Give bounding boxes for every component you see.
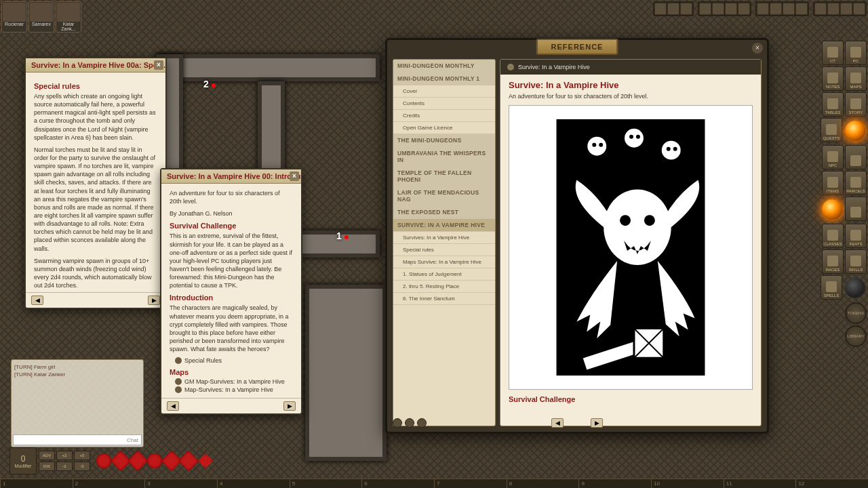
- toc-item[interactable]: Umbravania The Whispers In: [393, 147, 495, 167]
- toc-item[interactable]: Lair of the Mendacious Nag: [393, 186, 495, 206]
- toc-item[interactable]: Temple of the Fallen Phoeni: [393, 167, 495, 186]
- d10-icon[interactable]: [147, 453, 162, 468]
- toc-item[interactable]: The Mini-Dungeons: [393, 134, 495, 147]
- sidebar-btn[interactable]: [845, 145, 867, 169]
- sidebar-npc[interactable]: NPC: [822, 145, 844, 169]
- toc-item[interactable]: Open Game Licence: [393, 122, 495, 134]
- toc-item[interactable]: Survive: In a Vampire Hive: [393, 219, 495, 232]
- prev-button[interactable]: ◀: [551, 418, 564, 428]
- modifier--5[interactable]: -5: [74, 462, 90, 471]
- chat-input[interactable]: Chat: [13, 434, 142, 445]
- toc-item[interactable]: Survives: In a Vampire Hive: [393, 232, 495, 244]
- d100-icon[interactable]: [198, 453, 213, 468]
- hotkey-slot[interactable]: 4: [217, 479, 290, 488]
- hotkey-ruler[interactable]: 123456789101112: [0, 479, 868, 488]
- hotkey-slot[interactable]: 10: [651, 479, 724, 488]
- close-icon[interactable]: ×: [752, 43, 763, 54]
- hotkey-slot[interactable]: 12: [795, 479, 868, 488]
- sidebar-parcels[interactable]: PARCELS: [845, 171, 867, 195]
- d4-icon[interactable]: [96, 453, 111, 468]
- tool-e-icon[interactable]: [814, 3, 827, 15]
- sidebar-classes[interactable]: CLASSES: [822, 224, 844, 248]
- d8-icon[interactable]: [127, 450, 148, 471]
- sidebar-library[interactable]: LIBRARY: [845, 325, 867, 347]
- modifier-adv[interactable]: ADV: [39, 451, 55, 460]
- next-button[interactable]: ▶: [148, 296, 160, 305]
- map-pin-1[interactable]: 1: [336, 230, 349, 241]
- hotkey-slot[interactable]: 11: [724, 479, 796, 488]
- toc-item[interactable]: The Exposed Nest: [393, 206, 495, 219]
- link-map[interactable]: Map-Survives: In a Vampire Hive: [175, 386, 293, 393]
- dark-orb-icon[interactable]: [845, 278, 865, 298]
- token-katar[interactable]: Katar Zank...: [56, 1, 81, 33]
- hotkey-slot[interactable]: 3: [144, 479, 217, 488]
- toc-item[interactable]: 2. thru 5. Resting Place: [393, 281, 495, 293]
- sidebar-tables[interactable]: TABLES: [822, 92, 844, 117]
- toc-item[interactable]: 6. The Inner Sanctum: [393, 293, 495, 305]
- light-orb-icon[interactable]: [845, 121, 865, 141]
- sidebar-skills[interactable]: SKILLS: [845, 249, 867, 274]
- sidebar-races[interactable]: RACES: [822, 249, 844, 274]
- sidebar-spells[interactable]: SPELLS: [821, 275, 842, 300]
- story-panel-introduction[interactable]: Survive: In a Vampire Hive 00: Introdu..…: [160, 168, 302, 415]
- sidebar-maps[interactable]: MAPS: [845, 66, 867, 91]
- tool-b-icon[interactable]: [770, 3, 782, 15]
- story-panel-special-rules[interactable]: Survive: In a Vampire Hive 00a: Speci...…: [24, 57, 167, 309]
- sidebar-btn[interactable]: [845, 197, 867, 221]
- hotkey-slot[interactable]: 7: [434, 479, 507, 488]
- sidebar-ct[interactable]: CT: [822, 41, 844, 65]
- modifier-+2[interactable]: +2: [56, 451, 73, 460]
- reference-window[interactable]: REFERENCE × Mini-Dungeon MonthlyMini-Dun…: [385, 38, 769, 434]
- tool-g-icon[interactable]: [840, 3, 852, 15]
- tool-c-icon[interactable]: [783, 3, 795, 15]
- brush-icon[interactable]: [667, 3, 679, 15]
- toc-item[interactable]: Credits: [393, 110, 495, 122]
- reference-toc[interactable]: Mini-Dungeon MonthlyMini-Dungeon Monthly…: [393, 59, 496, 426]
- next-button[interactable]: ▶: [591, 418, 603, 428]
- zoom-out-icon[interactable]: [405, 418, 414, 428]
- map-pin-2[interactable]: 2: [203, 79, 216, 89]
- light-orb-icon[interactable]: [822, 199, 842, 220]
- toc-item[interactable]: Contents: [393, 98, 495, 110]
- sidebar-items[interactable]: ITEMS: [822, 171, 844, 195]
- circle2-icon[interactable]: [712, 3, 724, 15]
- mask-icon[interactable]: [654, 3, 667, 15]
- tool-d-icon[interactable]: [795, 3, 808, 15]
- tool-f-icon[interactable]: [827, 3, 840, 15]
- sidebar-story[interactable]: STORY: [845, 92, 867, 117]
- tool-a-icon[interactable]: [757, 3, 769, 15]
- hotkey-slot[interactable]: 5: [290, 479, 362, 488]
- d20-icon[interactable]: [178, 450, 199, 471]
- toc-item[interactable]: Cover: [393, 85, 495, 98]
- chat-panel[interactable]: [TURN] Farm girl [TURN] Katar Zanker Cha…: [11, 359, 144, 447]
- zoom-in-icon[interactable]: [393, 418, 402, 428]
- close-icon[interactable]: [738, 3, 750, 15]
- hotkey-slot[interactable]: 1: [0, 479, 73, 488]
- hotkey-slot[interactable]: 2: [73, 479, 145, 488]
- toc-item[interactable]: Mini-Dungeon Monthly: [393, 60, 495, 73]
- prev-button[interactable]: ◀: [31, 296, 43, 305]
- modifier-dis[interactable]: DIS: [39, 462, 55, 471]
- sidebar-notes[interactable]: NOTES: [822, 66, 844, 91]
- token-samarex[interactable]: Samarex: [28, 1, 54, 33]
- token-rockmar[interactable]: Rockmar: [1, 1, 27, 33]
- toc-item[interactable]: Maps Survive: In a Vampire Hive: [393, 256, 495, 268]
- sidebar-feats[interactable]: FEATS: [845, 224, 867, 248]
- circle-icon[interactable]: [699, 3, 711, 15]
- link-special-rules[interactable]: Special Rules: [175, 357, 293, 364]
- prev-button[interactable]: ◀: [167, 401, 179, 411]
- sidebar-tokens[interactable]: TOKENS: [845, 302, 867, 324]
- hotkey-slot[interactable]: 8: [507, 479, 579, 488]
- next-button[interactable]: ▶: [283, 401, 296, 411]
- modifier--2[interactable]: -2: [56, 462, 73, 471]
- circle3-icon[interactable]: [725, 3, 737, 15]
- hotkey-slot[interactable]: 9: [578, 479, 651, 488]
- link-map[interactable]: GM Map-Survives: In a Vampire Hive: [175, 378, 293, 385]
- zoom-reset-icon[interactable]: [417, 418, 427, 428]
- toc-item[interactable]: 1. Statues of Judgement: [393, 268, 495, 281]
- modifier-+5[interactable]: +5: [74, 451, 90, 460]
- color-icon[interactable]: [680, 3, 692, 15]
- sidebar-quests[interactable]: QUESTS: [821, 118, 842, 142]
- toc-item[interactable]: Special rules: [393, 244, 495, 256]
- close-icon[interactable]: ×: [290, 171, 299, 181]
